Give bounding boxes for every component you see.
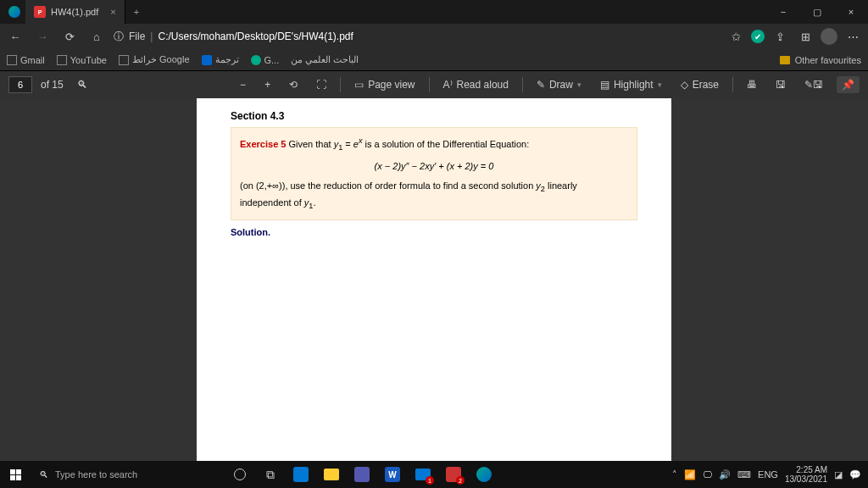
read-aloud-button[interactable]: A⁾Read aloud [438, 76, 514, 93]
refresh-button[interactable]: ⟳ [59, 26, 80, 47]
solution-label: Solution. [231, 227, 637, 237]
back-button[interactable]: ← [5, 26, 25, 47]
outlook-icon [293, 467, 309, 482]
search-icon[interactable]: 🔍︎ [77, 79, 87, 91]
clock[interactable]: 2:25 AM 13/03/2021 [785, 465, 827, 484]
rotate-button[interactable]: ⟲ [284, 76, 303, 93]
profile-avatar[interactable] [821, 28, 837, 45]
chevron-down-icon: ▾ [658, 80, 662, 89]
volume-icon[interactable]: 🔊 [719, 469, 731, 480]
keyboard-icon[interactable]: ⌨ [737, 469, 751, 480]
minimize-button[interactable]: − [766, 0, 800, 24]
fav-translate[interactable]: ترجمة [202, 54, 239, 65]
print-button[interactable]: 🖶 [742, 76, 762, 93]
app-edge[interactable] [470, 461, 498, 488]
task-view-button[interactable]: ⧉ [256, 461, 285, 488]
pin-button[interactable]: 📌 [837, 76, 860, 93]
fav-scholar[interactable]: الباحث العلمي من [291, 54, 359, 65]
cortana-icon [234, 469, 246, 480]
save-as-button[interactable]: ✎🖫 [799, 76, 828, 93]
fit-button[interactable]: ⛶ [311, 76, 331, 93]
windows-icon [10, 469, 21, 480]
page-of-label: of 15 [41, 79, 64, 91]
highlight-button[interactable]: ▤Highlight▾ [595, 76, 667, 93]
app-teams[interactable] [348, 461, 376, 488]
new-tab-button[interactable]: + [125, 7, 147, 17]
app-explorer[interactable] [317, 461, 346, 488]
monitor-icon[interactable]: 🖵 [703, 469, 712, 480]
g-icon [251, 55, 261, 65]
info-icon: ⓘ [114, 30, 124, 44]
fav-gmail[interactable]: Gmail [7, 55, 45, 65]
tab-title: HW4(1).pdf [51, 7, 98, 17]
app-outlook[interactable] [287, 461, 315, 488]
app-mail[interactable]: 1 [409, 461, 437, 488]
highlight-icon: ▤ [600, 79, 609, 91]
page-number-input[interactable] [8, 76, 32, 93]
draw-icon: ✎ [537, 79, 545, 91]
other-favourites[interactable]: Other favourites [795, 55, 861, 65]
tab[interactable]: P HW4(1).pdf × [25, 0, 125, 24]
edge-logo-icon [8, 6, 20, 18]
cortana-button[interactable] [225, 461, 254, 488]
badge-icon: 1 [426, 476, 434, 485]
favorite-star-icon[interactable]: ✩ [726, 26, 746, 47]
search-icon: 🔍︎ [39, 469, 48, 480]
tray-chevron-icon[interactable]: ˄ [672, 469, 677, 480]
fav-maps[interactable]: خرائط Google [119, 54, 190, 65]
language-indicator[interactable]: ENG [758, 469, 778, 480]
doc-icon [57, 55, 67, 65]
pdf-viewer[interactable]: Section 4.3 Exercise 5 Given that y1 = e… [0, 98, 868, 461]
badge-icon: 2 [456, 476, 465, 485]
erase-icon: ◇ [681, 79, 688, 91]
page-view-icon: ▭ [354, 79, 364, 91]
section-heading: Section 4.3 [231, 110, 637, 122]
url-path: C:/Users/moham/Desktop/DE's/HW4(1).pdf [158, 30, 353, 42]
chevron-down-icon: ▾ [577, 80, 581, 89]
taskview-icon: ⧉ [266, 468, 275, 482]
home-button[interactable]: ⌂ [86, 26, 107, 47]
share-icon[interactable]: ⇪ [770, 26, 790, 47]
page-view-button[interactable]: ▭Page view [349, 76, 420, 93]
zoom-out-button[interactable]: − [235, 76, 251, 93]
fav-g[interactable]: G... [251, 55, 280, 65]
doc-icon [119, 55, 129, 65]
app-unknown[interactable]: 2 [439, 461, 468, 488]
url-scheme: File [129, 30, 145, 42]
edge-icon [476, 467, 492, 482]
wifi-icon[interactable]: 📶 [684, 469, 696, 480]
fav-youtube[interactable]: YouTube [57, 55, 107, 65]
search-placeholder: Type here to search [55, 469, 137, 480]
pdf-page: Section 4.3 Exercise 5 Given that y1 = e… [197, 98, 671, 461]
close-tab-icon[interactable]: × [110, 7, 115, 17]
notifications-icon[interactable]: 💬 [849, 469, 861, 480]
maximize-button[interactable]: ▢ [800, 0, 834, 24]
erase-button[interactable]: ◇Erase [676, 76, 724, 93]
draw-button[interactable]: ✎Draw▾ [531, 76, 587, 93]
zoom-in-button[interactable]: + [259, 76, 275, 93]
taskbar-search[interactable]: 🔍︎ Type here to search [31, 461, 200, 488]
folder-icon [780, 56, 790, 64]
word-icon: W [385, 467, 400, 482]
address-bar[interactable]: ⓘ File | C:/Users/moham/Desktop/DE's/HW4… [114, 30, 719, 44]
exercise-label: Exercise 5 [240, 139, 286, 149]
menu-dots-icon[interactable]: ⋯ [843, 26, 863, 47]
explorer-icon [324, 469, 339, 480]
translate-icon [202, 55, 212, 65]
equation: (x − 2)y″ − 2xy′ + (x + 2)y = 0 [240, 159, 628, 175]
read-aloud-icon: A⁾ [443, 79, 453, 91]
start-button[interactable] [0, 461, 31, 488]
pdf-icon: P [34, 6, 46, 18]
teams-icon [354, 467, 370, 482]
doc-icon [7, 55, 17, 65]
forward-button[interactable]: → [32, 26, 53, 47]
save-button[interactable]: 🖫 [771, 76, 791, 93]
collections-icon[interactable]: ⊞ [795, 26, 815, 47]
tray-app-icon[interactable]: ◪ [834, 469, 843, 480]
exercise-box: Exercise 5 Given that y1 = ex is a solut… [231, 127, 637, 220]
close-window-button[interactable]: × [834, 0, 868, 24]
sync-icon[interactable]: ✔ [751, 30, 765, 43]
app-word[interactable]: W [378, 461, 407, 488]
